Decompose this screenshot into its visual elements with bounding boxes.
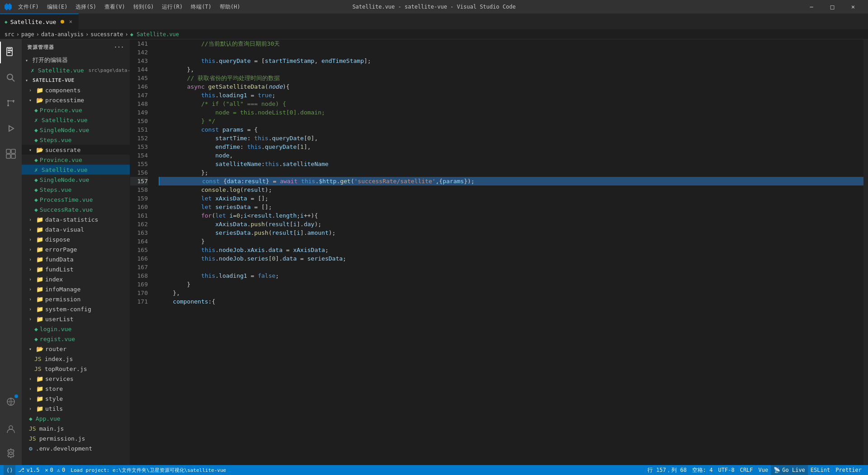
code-line-160: let seriesData = []; [159,203,863,211]
encoding-indicator[interactable]: UTF-8 [716,465,737,475]
folder-system-config[interactable]: › 📁 system-config [22,304,130,314]
maximize-button[interactable]: □ [822,0,843,14]
eslint-button[interactable]: ESLint [808,465,833,475]
folder-data-visual[interactable]: › 📁 data-visual [22,224,130,234]
account-icon[interactable] [0,418,22,440]
menu-select[interactable]: 选择(S) [72,2,100,12]
file-app-vue[interactable]: ◆ App.vue [22,413,130,423]
env-icon: ⚙ [29,445,33,452]
folder-store[interactable]: › 📁 store [22,384,130,394]
modified-icon: ✗ [34,117,38,124]
settings-icon[interactable] [0,443,22,465]
go-live-button[interactable]: 📡 Go Live [771,465,808,475]
window-controls[interactable]: − □ × [801,0,863,14]
menu-view[interactable]: 查看(V) [101,2,129,12]
line-ending-indicator[interactable]: CRLF [737,465,756,475]
file-main-js[interactable]: JS main.js [22,423,130,433]
folder-services[interactable]: › 📁 services [22,374,130,384]
folder-label: errorPage [45,246,77,253]
file-permission-js[interactable]: JS permission.js [22,433,130,443]
folder-processtime[interactable]: ▾ 📂 processtime [22,95,130,105]
folder-fundlist[interactable]: › 📁 fundList [22,264,130,274]
file-steps-2[interactable]: ◆ Steps.vue [22,185,130,195]
folder-components[interactable]: › 📁 components [22,85,130,95]
breadcrumb-data-analysis[interactable]: data-analysis [41,31,84,38]
tab-close-button[interactable]: × [67,18,74,25]
arrow-icon: › [29,317,34,322]
cursor-position[interactable]: 行 157，列 68 [645,465,689,475]
breadcrumb-sucessrate[interactable]: sucessrate [90,31,123,38]
menu-terminal[interactable]: 终端(T) [187,2,215,12]
file-env-development[interactable]: ⚙ .env.development [22,443,130,453]
editor-content[interactable]: 141 142 143 144 145 146 147 148 149 150 … [130,39,868,465]
menu-file[interactable]: 文件(F) [14,2,42,12]
folder-label: components [45,87,80,94]
sidebar-more-button[interactable]: ··· [114,44,124,50]
code-area[interactable]: //当前默认的查询日期前30天 this.queryDate = [startT… [155,39,863,465]
open-file-satellite[interactable]: ✗ Satellite.vue src\page\data-analysis..… [22,65,130,75]
spaces-indicator[interactable]: 空格: 4 [689,465,716,475]
file-singlenode-2[interactable]: ◆ SingleNode.vue [22,175,130,185]
branch-status[interactable]: ⎇ v1.5 [15,465,42,475]
breadcrumb-src[interactable]: src [5,31,14,38]
file-index-js[interactable]: JS index.js [22,354,130,364]
file-province-2[interactable]: ◆ Province.vue [22,155,130,165]
menu-run[interactable]: 运行(R) [158,2,186,12]
vue-icon: ◆ [34,196,38,203]
errors-status[interactable]: ✕ 0 ⚠ 0 [42,465,68,475]
file-login[interactable]: ◆ login.vue [22,324,130,334]
file-steps-1[interactable]: ◆ Steps.vue [22,135,130,145]
menu-bar[interactable]: 文件(F) 编辑(E) 选择(S) 查看(V) 转到(G) 运行(R) 终端(T… [14,2,244,12]
folder-index[interactable]: › 📁 index [22,274,130,284]
code-line-165: this.nodeJob.xAxis.data = xAxisData; [159,246,863,254]
open-editors-section[interactable]: ▾ 打开的编辑器 [22,55,130,65]
folder-errorpage[interactable]: › 📁 errorPage [22,244,130,254]
folder-icon: 📁 [36,286,43,293]
prettier-button[interactable]: Prettier [833,465,864,475]
svg-point-6 [7,100,9,102]
source-control-icon[interactable] [0,92,22,114]
sidebar-actions[interactable]: ··· [114,44,124,50]
line-numbers: 141 142 143 144 145 146 147 148 149 150 … [130,39,155,465]
file-satellite-1[interactable]: ✗ Satellite.vue [22,115,130,125]
explorer-icon[interactable] [0,42,22,63]
menu-help[interactable]: 帮助(H) [216,2,244,12]
folder-data-statistics[interactable]: › 📁 data-statistics [22,214,130,224]
file-toprouter-js[interactable]: JS topRouter.js [22,364,130,374]
breadcrumb-page[interactable]: page [21,31,34,38]
folder-style[interactable]: › 📁 style [22,394,130,404]
folder-infomanage[interactable]: › 📁 infoManage [22,284,130,294]
folder-funddata[interactable]: › 📁 fundData [22,254,130,264]
load-project-status[interactable]: Load project: e:\文件文件夹\卫星资源可视化\satellite… [68,465,229,475]
folder-userlist[interactable]: › 📁 userList [22,314,130,324]
file-regist[interactable]: ◆ regist.vue [22,334,130,344]
folder-sucessrate[interactable]: ▾ 📂 sucessrate [22,145,130,155]
svg-rect-13 [11,154,15,158]
file-singlenode-1[interactable]: ◆ SingleNode.vue [22,125,130,135]
menu-edit[interactable]: 编辑(E) [43,2,71,12]
file-label: App.vue [36,415,61,422]
file-processtime[interactable]: ◆ ProcessTime.vue [22,195,130,204]
file-successrate[interactable]: ◆ SuccessRate.vue [22,204,130,214]
file-tree[interactable]: ▾ 打开的编辑器 ✗ Satellite.vue src\page\data-a… [22,55,130,465]
menu-goto[interactable]: 转到(G) [130,2,158,12]
folder-utils[interactable]: › 📁 utils [22,404,130,413]
tab-satellite[interactable]: ◆ Satellite.vue × [0,14,79,29]
search-icon[interactable] [0,67,22,89]
extensions-icon[interactable] [0,143,22,165]
breadcrumb-file[interactable]: ◆ Satellite.vue [130,31,179,38]
minimize-button[interactable]: − [801,0,822,14]
close-button[interactable]: × [843,0,863,14]
folder-permission[interactable]: › 📁 permission [22,294,130,304]
error-icon: ✕ [45,467,48,473]
folder-router[interactable]: ▾ 📂 router [22,344,130,354]
language-indicator[interactable]: Vue [756,465,771,475]
svg-point-7 [7,104,9,106]
debug-icon[interactable] [0,118,22,139]
file-satellite-active[interactable]: ✗ Satellite.vue [22,165,130,175]
folder-dispose[interactable]: › 📁 dispose [22,234,130,244]
root-folder[interactable]: ▾ SATELLITE-VUE [22,75,130,85]
file-province-1[interactable]: ◆ Province.vue [22,105,130,115]
remote-button[interactable]: ⟨⟩ [4,465,15,475]
remote-icon[interactable] [0,391,22,413]
